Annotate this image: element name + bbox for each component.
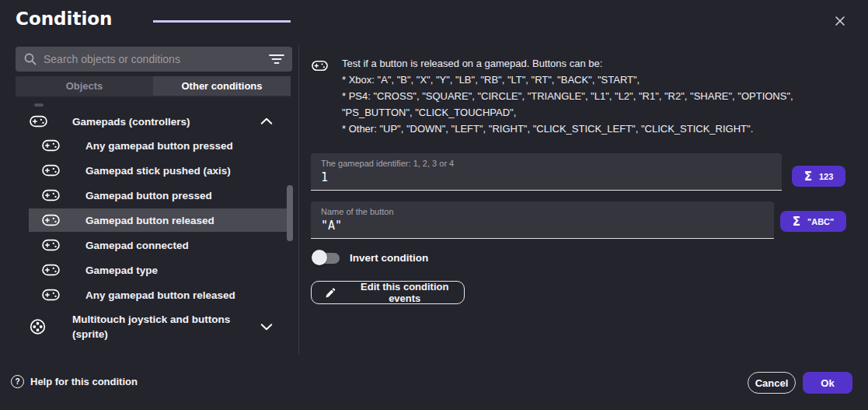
field-label: The gamepad identifier: 1, 2, 3 or 4 <box>321 159 454 168</box>
gamepad-icon <box>312 60 328 72</box>
group-label: Gamepads (controllers) <box>72 114 259 129</box>
search-input[interactable] <box>44 53 269 65</box>
cancel-button[interactable]: Cancel <box>748 372 796 394</box>
gamepad-icon <box>42 289 60 301</box>
button-name-field[interactable]: Name of the button <box>311 201 774 239</box>
description-line: "PS_BUTTON", "CLICK_TOUCHPAD", <box>342 104 855 121</box>
help-icon: ? <box>11 375 24 388</box>
sigma-icon: Σ <box>793 215 800 229</box>
list-item[interactable]: Gamepad stick pushed (axis) <box>0 159 288 182</box>
item-label: Any gamepad button pressed <box>85 140 233 152</box>
list-item[interactable]: Any gamepad button pressed <box>0 134 288 157</box>
gamepad-icon <box>42 164 60 177</box>
list-item[interactable]: Gamepad button pressed <box>0 184 288 207</box>
item-label: Gamepad stick pushed (axis) <box>85 165 231 177</box>
close-x-glyph <box>833 14 847 28</box>
edit-condition-events-button[interactable]: Edit this condition events <box>311 281 465 304</box>
dialog-title: Condition <box>16 9 112 29</box>
gamepad-icon <box>42 139 60 152</box>
tab-other-conditions[interactable]: Other conditions <box>153 76 291 96</box>
field-label: Name of the button <box>321 207 394 216</box>
edit-button-label: Edit this condition events <box>345 281 464 304</box>
group-row-multitouch[interactable]: Multitouch joystick and buttons (sprite) <box>0 310 288 344</box>
close-icon[interactable] <box>831 12 849 30</box>
toggle-thumb <box>312 250 327 265</box>
expression-editor-button-number[interactable]: Σ 123 <box>792 166 845 187</box>
invert-condition-toggle[interactable] <box>312 250 340 266</box>
gamepad-icon <box>42 214 60 226</box>
condition-description: Test if a button is released on a gamepa… <box>342 55 855 137</box>
list-item[interactable]: Gamepad type <box>0 258 288 282</box>
pencil-icon <box>325 287 336 299</box>
gamepad-icon <box>42 264 60 276</box>
sigma-icon: Σ <box>804 170 812 184</box>
item-label: Gamepad type <box>85 265 158 276</box>
active-tab-underline <box>153 20 291 23</box>
item-label: Gamepad connected <box>85 240 189 251</box>
description-line: * PS4: "CROSS", "SQUARE", "CIRCLE", "TRI… <box>342 88 855 104</box>
joystick-dpad-icon <box>30 319 46 335</box>
description-line: * Other: "UP", "DOWN", "LEFT", "RIGHT", … <box>342 121 855 137</box>
gamepad-icon <box>42 239 60 251</box>
condition-dialog: Condition Objects Other conditions <box>0 0 868 410</box>
help-link[interactable]: ? Help for this condition <box>11 375 138 388</box>
gamepad-icon <box>30 115 47 128</box>
button-name-input[interactable] <box>321 219 764 233</box>
ok-button[interactable]: Ok <box>803 372 852 394</box>
list-item-selected[interactable]: Gamepad button released <box>29 209 288 232</box>
item-label: Gamepad button pressed <box>85 190 212 201</box>
group-row-gamepads[interactable]: Gamepads (controllers) <box>0 110 288 133</box>
tab-bar: Objects Other conditions <box>16 76 291 97</box>
description-line: * Xbox: "A", "B", "X", "Y", "LB", "RB", … <box>342 72 855 88</box>
sigma-button-label: 123 <box>819 172 833 181</box>
item-label: Gamepad button released <box>85 215 214 226</box>
chevron-up-icon[interactable] <box>260 117 274 126</box>
help-label: Help for this condition <box>30 376 138 387</box>
description-line: Test if a button is released on a gamepa… <box>342 55 855 72</box>
expression-editor-button-string[interactable]: Σ "ABC" <box>780 211 846 232</box>
chevron-down-icon[interactable] <box>260 323 274 331</box>
conditions-list: Gamepads (controllers) Any gamepad butto… <box>0 101 298 355</box>
panel-divider <box>298 44 299 354</box>
search-bar <box>16 47 292 72</box>
gamepad-identifier-field[interactable]: The gamepad identifier: 1, 2, 3 or 4 <box>311 153 782 191</box>
filter-icon[interactable] <box>269 53 284 65</box>
invert-condition-label: Invert condition <box>350 252 428 264</box>
tab-objects[interactable]: Objects <box>16 76 153 96</box>
sigma-button-label: "ABC" <box>807 217 834 226</box>
item-label: Any gamepad button released <box>85 289 235 301</box>
list-item[interactable]: Gamepad connected <box>0 233 288 257</box>
search-icon <box>23 52 37 66</box>
partially-scrolled-item <box>34 103 44 107</box>
list-item[interactable]: Any gamepad button released <box>0 283 288 307</box>
gamepad-identifier-input[interactable] <box>321 170 772 184</box>
gamepad-icon <box>42 189 60 201</box>
group-label: Multitouch joystick and buttons (sprite) <box>72 312 259 342</box>
list-scrollbar-thumb[interactable] <box>287 185 293 241</box>
